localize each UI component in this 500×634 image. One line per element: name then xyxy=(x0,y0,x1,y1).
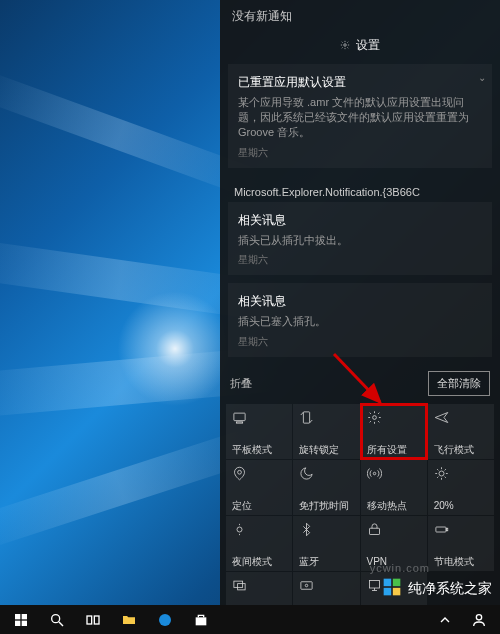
start-button[interactable] xyxy=(4,605,38,634)
tile-battery-saver[interactable]: 节电模式 xyxy=(428,516,494,571)
svg-rect-29 xyxy=(94,616,99,624)
svg-rect-24 xyxy=(15,620,20,625)
airplane-icon xyxy=(434,409,488,425)
svg-rect-19 xyxy=(393,579,401,587)
notification-card[interactable]: 相关讯息 插头已从插孔中拔出。 星期六 xyxy=(228,202,492,276)
vpn-icon xyxy=(367,521,421,537)
tile-bluetooth[interactable]: 蓝牙 xyxy=(293,516,359,571)
battery-icon xyxy=(434,521,488,537)
svg-point-6 xyxy=(373,472,376,475)
svg-point-26 xyxy=(52,614,60,622)
tile-label: 蓝牙 xyxy=(299,557,353,567)
tile-airplane-mode[interactable]: 飞行模式 xyxy=(428,404,494,459)
svg-rect-12 xyxy=(234,581,243,587)
svg-rect-9 xyxy=(369,528,379,534)
tile-label: 旋转锁定 xyxy=(299,445,353,455)
gear-icon xyxy=(340,39,350,53)
svg-point-7 xyxy=(439,471,444,476)
tile-label: 飞行模式 xyxy=(434,445,488,455)
notification-body: 某个应用导致 .amr 文件的默认应用设置出现问题，因此系统已经该文件的默认应用… xyxy=(238,95,482,140)
svg-rect-18 xyxy=(384,579,392,587)
notification-card[interactable]: ⌄ 已重置应用默认设置 某个应用导致 .amr 文件的默认应用设置出现问题，因此… xyxy=(228,64,492,168)
store-button[interactable] xyxy=(184,605,218,634)
action-center-panel: 没有新通知 设置 ⌄ 已重置应用默认设置 某个应用导致 .amr 文件的默认应用… xyxy=(220,0,500,605)
svg-rect-1 xyxy=(234,413,245,421)
clear-all-button[interactable]: 全部清除 xyxy=(428,371,490,396)
notification-card[interactable]: 相关讯息 插头已塞入插孔。 星期六 xyxy=(228,283,492,357)
svg-rect-23 xyxy=(22,614,27,619)
moon-icon xyxy=(299,465,353,481)
tile-label: 夜间模式 xyxy=(232,557,286,567)
tile-label: 所有设置 xyxy=(367,445,421,455)
location-icon xyxy=(232,465,286,481)
svg-point-31 xyxy=(476,614,481,619)
svg-line-27 xyxy=(59,622,63,626)
tile-label: 移动热点 xyxy=(367,501,421,511)
settings-label: 设置 xyxy=(356,37,380,54)
settings-section-header[interactable]: 设置 xyxy=(220,31,500,64)
notification-time: 星期六 xyxy=(238,335,482,349)
svg-point-30 xyxy=(159,614,171,626)
nightlight-icon xyxy=(232,521,286,537)
svg-rect-11 xyxy=(446,528,447,531)
svg-rect-22 xyxy=(15,614,20,619)
tile-all-settings[interactable]: 所有设置 xyxy=(361,404,427,459)
notification-time: 星期六 xyxy=(238,253,482,267)
svg-rect-14 xyxy=(301,581,312,589)
notification-title: 相关讯息 xyxy=(238,212,482,229)
tile-label: 节电模式 xyxy=(434,557,488,567)
taskbar[interactable] xyxy=(0,605,500,634)
hotspot-icon xyxy=(367,465,421,481)
tile-rotation-lock[interactable]: 旋转锁定 xyxy=(293,404,359,459)
tile-night-light[interactable]: 夜间模式 xyxy=(226,516,292,571)
tile-quiet-hours[interactable]: 免打扰时间 xyxy=(293,460,359,515)
search-button[interactable] xyxy=(40,605,74,634)
no-new-notifications: 没有新通知 xyxy=(220,0,500,31)
notification-title: 相关讯息 xyxy=(238,293,482,310)
notification-time: 星期六 xyxy=(238,146,482,160)
watermark-logo-icon xyxy=(382,577,402,600)
svg-point-0 xyxy=(344,43,347,46)
tile-tablet-mode[interactable]: 平板模式 xyxy=(226,404,292,459)
tray-chevron[interactable] xyxy=(428,605,462,634)
svg-rect-28 xyxy=(87,616,92,624)
bluetooth-icon xyxy=(299,521,353,537)
collapse-link[interactable]: 折叠 xyxy=(230,376,252,391)
rotation-icon xyxy=(299,409,353,425)
tile-label: 20% xyxy=(434,501,488,511)
tile-label: 定位 xyxy=(232,501,286,511)
svg-point-15 xyxy=(306,584,309,587)
tile-location[interactable]: 定位 xyxy=(226,460,292,515)
tray-people-icon[interactable] xyxy=(462,605,496,634)
sun-icon xyxy=(434,465,488,481)
notification-group-header[interactable]: Microsoft.Explorer.Notification.{3B66C xyxy=(220,176,500,202)
tablet-icon xyxy=(232,409,286,425)
task-view-button[interactable] xyxy=(76,605,110,634)
svg-rect-21 xyxy=(393,588,401,596)
tile-label: 免打扰时间 xyxy=(299,501,353,511)
chevron-down-icon[interactable]: ⌄ xyxy=(478,72,486,83)
svg-rect-16 xyxy=(369,580,379,588)
project-icon xyxy=(232,577,286,593)
connect-icon xyxy=(299,577,353,593)
svg-rect-20 xyxy=(384,588,392,596)
svg-rect-10 xyxy=(436,527,446,532)
svg-rect-3 xyxy=(304,412,310,423)
notification-title: 已重置应用默认设置 xyxy=(238,74,482,91)
edge-button[interactable] xyxy=(148,605,182,634)
notification-body: 插头已塞入插孔。 xyxy=(238,314,482,329)
svg-point-4 xyxy=(372,415,376,419)
file-explorer-button[interactable] xyxy=(112,605,146,634)
tile-mobile-hotspot[interactable]: 移动热点 xyxy=(361,460,427,515)
watermark: 纯净系统之家 xyxy=(382,577,492,600)
watermark-faint: ycwin.com xyxy=(370,562,430,574)
tile-brightness[interactable]: 20% xyxy=(428,460,494,515)
watermark-text: 纯净系统之家 xyxy=(408,580,492,598)
svg-rect-2 xyxy=(236,422,242,423)
tile-label: 平板模式 xyxy=(232,445,286,455)
notification-body: 插头已从插孔中拔出。 xyxy=(238,233,482,248)
svg-rect-25 xyxy=(22,620,27,625)
svg-rect-13 xyxy=(238,583,246,589)
svg-point-5 xyxy=(238,470,242,474)
gear-icon xyxy=(367,409,421,425)
